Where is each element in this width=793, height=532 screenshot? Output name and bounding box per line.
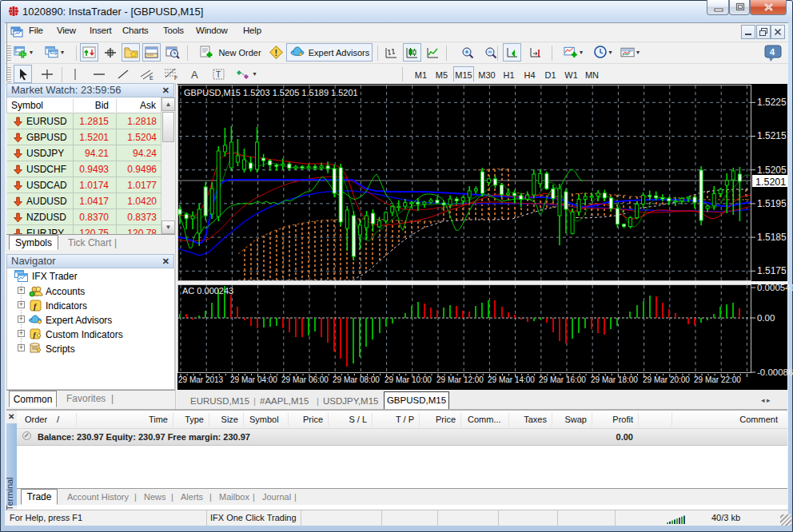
svg-text:1.5195: 1.5195	[757, 198, 787, 209]
svg-text:AC 0.000243: AC 0.000243	[182, 286, 233, 296]
svg-text:1.5225: 1.5225	[757, 97, 787, 108]
svg-text:4: 4	[770, 47, 775, 57]
svg-text:T: T	[216, 70, 221, 79]
svg-text:29 Mar 18:00: 29 Mar 18:00	[591, 375, 638, 384]
svg-text:F: F	[174, 75, 177, 81]
svg-text:29 Mar 12:00: 29 Mar 12:00	[436, 375, 484, 384]
svg-text:29 Mar 16:00: 29 Mar 16:00	[539, 375, 586, 384]
svg-text:1.5215: 1.5215	[757, 130, 787, 141]
svg-text:GBPUSD,M15 1.5203 1.5205 1.51: GBPUSD,M15 1.5203 1.5205 1.5189 1.5201	[184, 88, 358, 97]
svg-text:0.00: 0.00	[757, 313, 775, 323]
svg-text:29 Mar 14:00: 29 Mar 14:00	[488, 375, 535, 384]
svg-text:29 Mar 20:00: 29 Mar 20:00	[643, 375, 690, 384]
svg-text:29 Mar 06:00: 29 Mar 06:00	[281, 375, 329, 384]
svg-text:1.5205: 1.5205	[757, 165, 787, 176]
svg-text:A: A	[191, 69, 198, 81]
svg-text:29 Mar 2013: 29 Mar 2013	[178, 375, 224, 384]
svg-text:!: !	[274, 48, 277, 58]
svg-text:1.5185: 1.5185	[757, 232, 787, 243]
svg-text:1.5175: 1.5175	[757, 265, 787, 276]
svg-text:0.000541: 0.000541	[757, 283, 793, 292]
svg-text:1.5201: 1.5201	[755, 177, 786, 188]
svg-text:E: E	[149, 75, 153, 81]
svg-text:29 Mar 10:00: 29 Mar 10:00	[385, 375, 432, 384]
svg-text:29 Mar 22:00: 29 Mar 22:00	[694, 375, 741, 384]
svg-text:29 Mar 08:00: 29 Mar 08:00	[333, 375, 380, 384]
svg-text:-0.00086: -0.00086	[757, 367, 793, 377]
svg-text:29 Mar 04:00: 29 Mar 04:00	[230, 375, 277, 384]
